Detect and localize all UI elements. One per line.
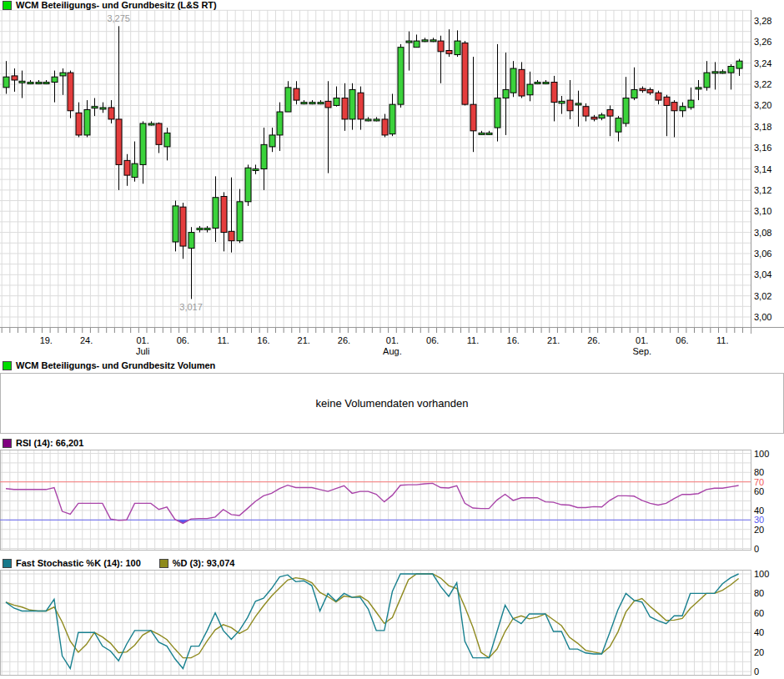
stochastic-d-legend: %D (3): 93,074: [159, 559, 235, 568]
svg-text:3,26: 3,26: [754, 37, 771, 47]
price-chart: 3,283,263,243,223,203,183,163,143,123,10…: [0, 10, 784, 356]
svg-text:21.: 21.: [298, 335, 310, 345]
rsi-series-icon: [3, 439, 12, 448]
svg-text:3,18: 3,18: [754, 122, 771, 132]
svg-text:3,06: 3,06: [754, 249, 771, 259]
price-series-icon: [3, 1, 12, 10]
stochastic-legend: Fast Stochastic %K (14): 100 %D (3): 93,…: [3, 559, 234, 568]
svg-text:01.: 01.: [136, 335, 148, 345]
volume-legend-label: WCM Beteiligungs- und Grundbesitz Volume…: [16, 361, 215, 370]
volume-empty-message: keine Volumendaten vorhanden: [316, 397, 469, 410]
svg-text:3,14: 3,14: [754, 164, 771, 174]
volume-panel: keine Volumendaten vorhanden: [0, 373, 784, 434]
svg-text:80: 80: [754, 467, 764, 477]
rsi-legend-label: RSI (14): 66,201: [16, 439, 83, 448]
svg-text:01.: 01.: [636, 335, 648, 345]
svg-text:3,00: 3,00: [754, 312, 771, 322]
svg-text:11.: 11.: [716, 335, 728, 345]
svg-text:20: 20: [754, 525, 764, 535]
svg-text:26.: 26.: [338, 335, 350, 345]
svg-text:40: 40: [754, 505, 764, 516]
svg-text:3,22: 3,22: [754, 79, 771, 89]
svg-text:06.: 06.: [676, 335, 688, 345]
svg-text:20: 20: [754, 647, 764, 657]
svg-text:100: 100: [754, 569, 769, 579]
svg-text:11.: 11.: [217, 335, 229, 345]
svg-text:3,04: 3,04: [754, 269, 771, 279]
stochastic-d-legend-label: %D (3): 93,074: [173, 559, 235, 568]
svg-text:100: 100: [754, 449, 769, 459]
svg-text:16.: 16.: [257, 335, 269, 345]
svg-text:16.: 16.: [507, 335, 520, 345]
chart-stage: 3,283,263,243,223,203,183,163,143,123,10…: [0, 0, 784, 679]
svg-text:3,24: 3,24: [754, 58, 771, 68]
stochastic-k-series-icon: [3, 559, 12, 568]
svg-text:3,10: 3,10: [754, 206, 771, 216]
svg-text:3,20: 3,20: [754, 100, 771, 110]
svg-text:40: 40: [754, 627, 764, 637]
svg-text:3,28: 3,28: [754, 16, 771, 26]
svg-text:11.: 11.: [467, 335, 479, 345]
stochastic-k-legend: Fast Stochastic %K (14): 100: [3, 559, 141, 568]
volume-legend: WCM Beteiligungs- und Grundbesitz Volume…: [3, 361, 215, 370]
svg-text:Aug.: Aug.: [383, 346, 402, 356]
svg-text:Sep.: Sep.: [632, 346, 651, 356]
svg-text:3,017: 3,017: [179, 302, 203, 312]
rsi-legend: RSI (14): 66,201: [3, 439, 83, 448]
svg-text:3,12: 3,12: [754, 185, 771, 195]
price-legend-label: WCM Beteiligungs- und Grundbesitz (L&S R…: [16, 1, 217, 10]
svg-text:24.: 24.: [80, 335, 93, 345]
rsi-chart: 1008070604030200: [0, 449, 769, 554]
stochastic-k-legend-label: Fast Stochastic %K (14): 100: [16, 559, 141, 568]
svg-text:19.: 19.: [40, 335, 53, 345]
svg-text:26.: 26.: [587, 335, 600, 345]
stochastic-d-series-icon: [159, 559, 168, 568]
svg-text:0: 0: [754, 544, 759, 554]
svg-text:3,16: 3,16: [754, 143, 771, 153]
svg-text:80: 80: [754, 588, 764, 598]
svg-text:3,275: 3,275: [107, 13, 130, 23]
svg-text:60: 60: [754, 486, 764, 496]
svg-text:3,08: 3,08: [754, 228, 771, 238]
svg-text:21.: 21.: [547, 335, 560, 345]
volume-series-icon: [3, 361, 12, 370]
svg-text:30: 30: [754, 515, 764, 525]
stochastic-chart: 100806040200: [0, 569, 769, 676]
svg-text:06.: 06.: [426, 335, 439, 345]
svg-text:Juli: Juli: [136, 346, 150, 356]
charts-canvas: 3,283,263,243,223,203,183,163,143,123,10…: [0, 0, 784, 679]
price-legend: WCM Beteiligungs- und Grundbesitz (L&S R…: [3, 1, 217, 10]
svg-text:70: 70: [754, 477, 764, 487]
svg-text:06.: 06.: [177, 335, 189, 345]
svg-text:3,02: 3,02: [754, 291, 771, 301]
svg-text:0: 0: [754, 666, 759, 676]
svg-text:60: 60: [754, 608, 764, 618]
svg-text:01.: 01.: [386, 335, 399, 345]
